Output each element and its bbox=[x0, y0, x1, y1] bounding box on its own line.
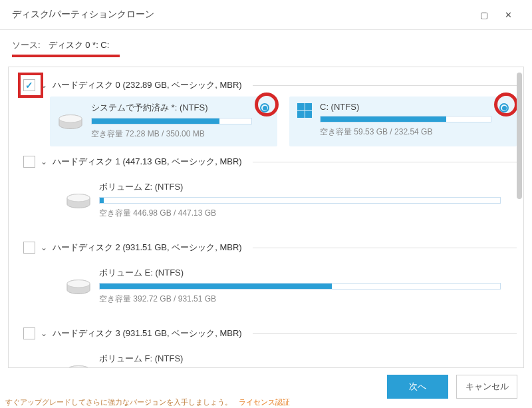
disk-checkbox[interactable] bbox=[23, 242, 35, 254]
partition-name: ボリューム Z: (NTFS) bbox=[99, 181, 501, 193]
chevron-down-icon[interactable]: ⌄ bbox=[41, 81, 47, 90]
cancel-button[interactable]: キャンセル bbox=[456, 375, 517, 399]
disk-checkbox[interactable] bbox=[23, 156, 35, 168]
disk-name: ハードディスク 3 (931.51 GB, ベーシック, MBR) bbox=[53, 327, 242, 339]
free-space-text: 空き容量 392.72 GB / 931.51 GB bbox=[99, 294, 501, 305]
disk-name: ハードディスク 0 (232.89 GB, ベーシック, MBR) bbox=[53, 79, 242, 91]
hard-disk-icon bbox=[66, 279, 91, 296]
source-label: ソース: bbox=[12, 39, 41, 51]
svg-point-7 bbox=[67, 366, 90, 368]
hard-disk-icon bbox=[66, 193, 91, 210]
windows-icon bbox=[297, 103, 312, 118]
disk-checkbox[interactable] bbox=[23, 79, 35, 91]
usage-bar bbox=[99, 283, 501, 290]
usage-bar-fill bbox=[92, 118, 219, 124]
window-title: ディスク/パーティションクローン bbox=[12, 9, 472, 21]
svg-point-3 bbox=[67, 194, 90, 202]
disk-checkbox[interactable] bbox=[23, 327, 35, 339]
partition-name: C: (NTFS) bbox=[320, 102, 491, 112]
usage-bar-fill bbox=[100, 198, 104, 203]
scrollbar-track[interactable] bbox=[517, 73, 522, 362]
close-button[interactable]: ✕ bbox=[496, 3, 520, 27]
partition-name: ボリューム F: (NTFS) bbox=[99, 353, 501, 365]
source-highlight bbox=[12, 55, 120, 57]
svg-point-5 bbox=[67, 280, 90, 288]
source-value: ディスク 0 *: C: bbox=[49, 39, 110, 51]
divider bbox=[253, 162, 517, 162]
partition-card[interactable]: システムで予約済み *: (NTFS)空き容量 72.28 MB / 350.0… bbox=[50, 97, 277, 146]
partition-card[interactable]: ボリューム F: (NTFS) bbox=[58, 347, 509, 368]
chevron-down-icon[interactable]: ⌄ bbox=[41, 243, 47, 252]
free-space-text: 空き容量 59.53 GB / 232.54 GB bbox=[320, 126, 491, 138]
partition-name: ボリューム E: (NTFS) bbox=[99, 267, 501, 279]
free-space-text: 空き容量 72.28 MB / 350.00 MB bbox=[91, 128, 252, 140]
next-button[interactable]: 次へ bbox=[387, 375, 448, 399]
upgrade-text: すぐアップグレードしてさらに強力なバージョンを入手しましょう。 bbox=[5, 397, 232, 407]
hard-disk-icon bbox=[66, 365, 91, 368]
usage-bar bbox=[320, 116, 491, 122]
chevron-down-icon[interactable]: ⌄ bbox=[41, 329, 47, 338]
partition-radio[interactable] bbox=[260, 103, 269, 112]
divider bbox=[253, 333, 517, 334]
usage-bar-fill bbox=[100, 284, 332, 289]
partition-card[interactable]: ボリューム E: (NTFS)空き容量 392.72 GB / 931.51 G… bbox=[58, 262, 509, 311]
partition-card[interactable]: C: (NTFS)空き容量 59.53 GB / 232.54 GB bbox=[289, 97, 517, 146]
free-space-text: 空き容量 446.98 GB / 447.13 GB bbox=[99, 208, 501, 219]
disk-list: ⌄ハードディスク 0 (232.89 GB, ベーシック, MBR)システムで予… bbox=[8, 67, 524, 368]
partition-name: システムで予約済み *: (NTFS) bbox=[91, 102, 252, 114]
maximize-button[interactable]: ▢ bbox=[472, 3, 496, 27]
disk-name: ハードディスク 1 (447.13 GB, ベーシック, MBR) bbox=[53, 156, 242, 168]
usage-bar-fill bbox=[321, 116, 446, 122]
divider bbox=[253, 248, 517, 248]
scrollbar-thumb[interactable] bbox=[517, 73, 522, 199]
partition-radio[interactable] bbox=[499, 103, 509, 112]
divider bbox=[253, 85, 517, 86]
hard-disk-icon bbox=[58, 114, 83, 131]
chevron-down-icon[interactable]: ⌄ bbox=[41, 157, 47, 166]
usage-bar bbox=[99, 197, 501, 204]
license-link[interactable]: ライセンス認証 bbox=[239, 397, 290, 407]
usage-bar bbox=[91, 118, 252, 124]
partition-card[interactable]: ボリューム Z: (NTFS)空き容量 446.98 GB / 447.13 G… bbox=[58, 176, 509, 226]
disk-name: ハードディスク 2 (931.51 GB, ベーシック, MBR) bbox=[53, 242, 242, 254]
svg-point-1 bbox=[59, 115, 82, 122]
